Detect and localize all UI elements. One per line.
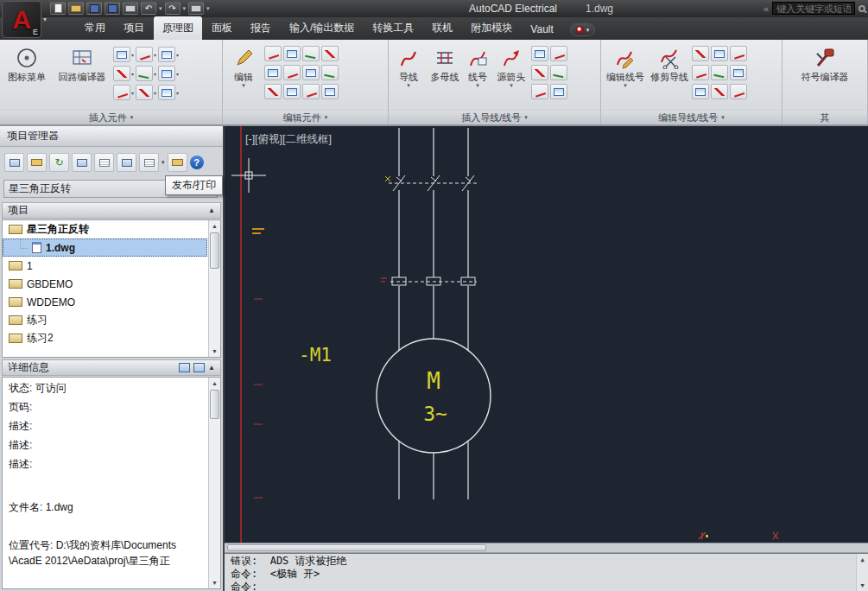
ribbon-small-icon[interactable] <box>550 84 567 99</box>
drawing-area[interactable]: M 3~ -M1 [-][俯视][二维线框] <box>225 126 868 543</box>
trim-wire-button[interactable]: 修剪导线 <box>649 43 689 82</box>
ribbon-small-icon[interactable] <box>113 66 130 81</box>
panel-label-other-tools[interactable]: 其 <box>782 110 867 124</box>
ribbon-small-icon[interactable] <box>283 84 301 99</box>
tree-item-project[interactable]: WDDEMO <box>3 293 207 311</box>
projects-section-header[interactable]: 项目 ▲ <box>2 202 221 219</box>
scroll-up-icon[interactable]: ▲ <box>209 378 220 389</box>
ribbon-small-icon[interactable] <box>531 84 548 99</box>
ribbon-small-icon[interactable] <box>711 46 728 61</box>
ribbon-small-icon[interactable] <box>136 66 153 81</box>
search-icon[interactable] <box>858 5 865 12</box>
chevron-down-icon[interactable]: ▾ <box>154 52 156 58</box>
panel-label-edit-components[interactable]: 编辑元件 ▾ <box>223 110 388 124</box>
workspace-icon[interactable] <box>188 2 204 15</box>
ribbon-small-icon[interactable] <box>283 65 301 80</box>
ribbon-small-icon[interactable] <box>730 84 747 99</box>
preview-view-icon[interactable] <box>193 363 205 372</box>
details-view-icon[interactable] <box>179 363 190 372</box>
plot-icon[interactable] <box>123 2 138 15</box>
chevron-down-icon[interactable]: ▾ <box>131 71 134 77</box>
ribbon-small-icon[interactable] <box>264 84 282 99</box>
application-menu-caret[interactable]: ▾ <box>43 16 47 23</box>
canvas-horizontal-scrollbar[interactable] <box>225 543 868 553</box>
panel-label-insert-components[interactable]: 插入元件 ▾ <box>0 110 222 124</box>
qat-more-caret[interactable]: ▾ <box>206 5 210 12</box>
utilities-icon[interactable] <box>168 153 187 172</box>
ribbon-small-icon[interactable] <box>264 46 282 61</box>
details-section-header[interactable]: 详细信息 ▲ <box>2 359 221 376</box>
ribbon-small-icon[interactable] <box>321 65 339 80</box>
infocenter-collapse-icon[interactable]: « <box>763 3 769 14</box>
tab-conversion-tools[interactable]: 转换工具 <box>364 16 422 40</box>
scroll-up-icon[interactable]: ▲ <box>209 220 220 232</box>
redo-icon[interactable]: ↷ <box>165 2 181 15</box>
tab-schematic[interactable]: 原理图 <box>154 16 202 40</box>
undo-caret[interactable]: ▾ <box>159 5 162 12</box>
ribbon-small-icon[interactable] <box>302 46 320 61</box>
viewport-controls[interactable]: [-][俯视][二维线框] <box>245 133 332 145</box>
search-input[interactable] <box>772 2 855 15</box>
tab-panel[interactable]: 面板 <box>203 16 241 40</box>
wire-number-button[interactable]: 线号 ▾ <box>464 43 491 88</box>
save-icon[interactable] <box>86 2 102 15</box>
ribbon-small-icon[interactable] <box>692 65 709 80</box>
wire-split-caret[interactable]: ▾ <box>407 82 410 88</box>
tab-add-ins[interactable]: 附加模块 <box>462 16 521 40</box>
chevron-down-icon[interactable]: ▾ <box>154 71 156 77</box>
multiple-bus-button[interactable]: 多母线 <box>428 43 461 82</box>
source-arrow-button[interactable]: 源箭头 ▾ <box>494 43 529 88</box>
tree-scrollbar[interactable]: ▲ ▼ <box>208 220 220 357</box>
ribbon-small-icon[interactable] <box>531 46 548 61</box>
edit-wire-number-button[interactable]: 编辑线号 ▾ <box>604 43 647 88</box>
ribbon-small-icon[interactable] <box>321 84 339 99</box>
toolbar-caret[interactable]: ▾ <box>162 159 165 166</box>
circuit-builder-button[interactable]: 回路编译器 <box>54 43 111 82</box>
command-scrollbar[interactable]: ▲ ▼ <box>856 554 868 591</box>
application-menu-button[interactable]: A E <box>2 1 41 38</box>
ribbon-small-icon[interactable] <box>550 46 567 61</box>
ribbon-small-icon[interactable] <box>113 47 130 62</box>
tab-online[interactable]: 联机 <box>423 16 461 40</box>
chevron-down-icon[interactable]: ▾ <box>176 52 179 58</box>
tree-item-project[interactable]: 练习 <box>3 311 207 329</box>
details-scrollbar[interactable]: ▲ ▼ <box>208 378 220 588</box>
tab-reports[interactable]: 报告 <box>242 16 280 40</box>
wire-button[interactable]: 导线 ▾ <box>391 43 426 88</box>
ribbon-small-icon[interactable] <box>158 47 175 62</box>
ribbon-small-icon[interactable] <box>283 46 301 61</box>
save-as-icon[interactable] <box>105 2 120 15</box>
panel-label-edit-wires[interactable]: 编辑导线/线号 ▾ <box>601 110 782 124</box>
ribbon-small-icon[interactable] <box>711 84 728 99</box>
chevron-down-icon[interactable]: ▾ <box>131 90 134 96</box>
ribbon-small-icon[interactable] <box>730 65 747 80</box>
scroll-down-icon[interactable]: ▼ <box>209 577 220 588</box>
tree-item-project[interactable]: 1 <box>3 257 207 275</box>
command-line-window[interactable]: 错误: ADS 请求被拒绝 命令: <极轴 开> 命令: ▲ ▼ <box>225 553 868 591</box>
edit-wire-number-caret[interactable]: ▾ <box>624 82 627 88</box>
collapse-icon[interactable]: ▲ <box>208 364 215 372</box>
scrollbar-thumb[interactable] <box>210 390 219 419</box>
publish-print-icon[interactable] <box>139 153 159 172</box>
edit-split-caret[interactable]: ▾ <box>242 82 245 88</box>
ribbon-small-icon[interactable] <box>711 65 728 80</box>
ribbon-small-icon[interactable] <box>158 66 175 81</box>
ribbon-small-icon[interactable] <box>302 65 320 80</box>
chevron-down-icon[interactable]: ▾ <box>154 90 156 96</box>
tab-home[interactable]: 常用 <box>76 16 114 40</box>
ribbon-small-icon[interactable] <box>692 46 709 61</box>
tree-item-drawing[interactable]: 1.dwg <box>3 238 207 257</box>
tree-item-project[interactable]: 练习2 <box>3 329 207 347</box>
new-document-icon[interactable] <box>50 2 66 15</box>
undo-icon[interactable]: ↶ <box>141 2 156 15</box>
source-arrow-split-caret[interactable]: ▾ <box>510 82 513 88</box>
ribbon-small-icon[interactable] <box>531 65 548 80</box>
ribbon-small-icon[interactable] <box>136 85 153 100</box>
help-icon[interactable]: ? <box>190 156 204 169</box>
tab-import-export-data[interactable]: 输入/输出数据 <box>281 16 363 40</box>
ribbon-small-icon[interactable] <box>692 84 709 99</box>
tree-item-project[interactable]: GBDEMO <box>3 275 207 293</box>
refresh-icon[interactable]: ↻ <box>49 153 69 172</box>
scrollbar-thumb[interactable] <box>210 232 219 269</box>
ribbon-small-icon[interactable] <box>302 84 320 99</box>
